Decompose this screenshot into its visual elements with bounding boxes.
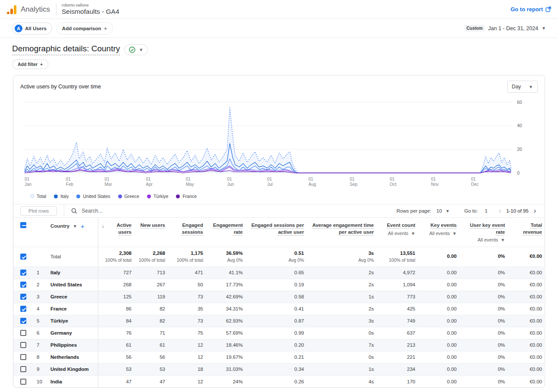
table-row[interactable]: 9United Kingdom53531831.03%0.341s2340.00… — [13, 363, 545, 375]
row-checkbox[interactable] — [20, 282, 26, 288]
add-filter-button[interactable]: Add filter + — [12, 60, 48, 69]
checkbox-cell — [13, 327, 33, 339]
add-comparison-button[interactable]: Add comparison + — [56, 22, 113, 34]
svg-text:Dec: Dec — [471, 182, 479, 187]
row-checkbox[interactable] — [20, 294, 26, 300]
table-row[interactable]: 1Italy72771347141.1%0.652s4,9720.000%€0.… — [13, 267, 545, 279]
data-quality-menu[interactable]: ▼ — [124, 44, 148, 55]
metric-cell: 0.65 — [246, 267, 307, 279]
table-row[interactable]: 10India47471224%0.264s1700.000%€0.00 — [13, 375, 545, 387]
metric-cell: 73 — [169, 315, 207, 327]
metric-cell: 0s — [307, 351, 377, 363]
metric-cell: 0% — [460, 375, 508, 387]
row-number-cell: 8 — [33, 351, 47, 363]
metric-cell: 57.69% — [207, 327, 246, 339]
date-range-picker[interactable]: Custom Jan 1 - Dec 31, 2024 ▼ — [464, 25, 546, 31]
metric-cell: 4s — [307, 375, 377, 387]
table-row[interactable]: 4France86823534.31%0.412s4250.000%€0.00 — [13, 303, 545, 315]
next-page-icon[interactable]: › — [532, 207, 538, 214]
metric-cell: 119 — [135, 291, 169, 303]
table-row[interactable]: 8Netherlands56561219.67%0.210s2210.000%€… — [13, 351, 545, 363]
legend-item[interactable]: Total — [31, 194, 46, 199]
rows-per-page-label: Rows per page: — [397, 208, 432, 213]
legend-label: United States — [83, 194, 110, 199]
metric-cell: €0.00 — [508, 375, 545, 387]
column-country[interactable]: Country — [50, 223, 69, 230]
svg-text:01: 01 — [66, 177, 71, 182]
metric-cell: 0.19 — [246, 279, 307, 291]
legend-marker-icon — [76, 194, 80, 198]
metric-cell: 0.20 — [246, 339, 307, 351]
svg-text:Sep: Sep — [350, 182, 357, 187]
chevron-down-icon[interactable]: ▼ — [445, 209, 450, 213]
legend-item[interactable]: Italy — [54, 194, 69, 199]
row-number-cell: 10 — [33, 375, 47, 387]
legend-item[interactable]: Greece — [118, 194, 139, 199]
row-checkbox[interactable] — [20, 354, 26, 360]
svg-text:01: 01 — [390, 177, 395, 182]
row-checkbox[interactable] — [20, 366, 26, 372]
add-comparison-label: Add comparison — [62, 26, 101, 31]
timeseries-chart[interactable]: 020406001Jan01Feb01Mar01Apr01May01Jun01J… — [13, 94, 545, 192]
search-input[interactable] — [82, 208, 168, 214]
metric-cell: €0.00 — [508, 291, 545, 303]
row-checkbox[interactable] — [20, 270, 26, 276]
table-row[interactable]: 3Greece1251197342.69%0.581s7730.000%€0.0… — [13, 291, 545, 303]
row-checkbox[interactable] — [20, 318, 26, 324]
table-row[interactable]: 6Germany76717557.69%0.990s6370.000%€0.00 — [13, 327, 545, 339]
property-selector[interactable]: roberto.vallone Seismofaults - GA4 — [62, 3, 119, 16]
key-events-filter[interactable]: All events▼ — [422, 230, 457, 237]
metric-cell: 0.41 — [246, 303, 307, 315]
column-avg-engagement-time: Average engagement time per active user — [312, 223, 374, 235]
row-checkbox[interactable] — [20, 379, 26, 385]
chevron-down-icon: ▼ — [542, 26, 546, 31]
event-count-filter[interactable]: All events▼ — [381, 230, 415, 237]
metric-cell: 24% — [207, 375, 246, 387]
row-checkbox[interactable] — [20, 342, 26, 348]
metric-cell: 2s — [307, 303, 377, 315]
metric-cell: 61 — [98, 339, 135, 351]
checkbox-cell — [13, 351, 33, 363]
table-header-row: Country ▼ + ↓Active users New users Enga… — [13, 218, 545, 247]
metric-cell: 0.00 — [419, 267, 460, 279]
total-label-cell: Total — [47, 247, 98, 267]
table-row[interactable]: 5Türkiye84827362.93%0.873s7490.000%€0.00 — [13, 315, 545, 327]
all-users-chip[interactable]: A All Users — [12, 22, 52, 34]
chevron-down-icon[interactable]: ▼ — [73, 223, 77, 229]
table-row[interactable]: 7Philippines61611218.46%0.207s2130.000%€… — [13, 339, 545, 351]
prev-page-icon[interactable]: ‹ — [497, 207, 503, 214]
metric-cell: 0% — [460, 363, 508, 375]
svg-text:Oct: Oct — [390, 182, 397, 187]
checkbox-cell — [13, 247, 33, 267]
row-checkbox[interactable] — [20, 254, 26, 260]
metric-cell: 17.73% — [207, 279, 246, 291]
plot-rows-button[interactable]: Plot rows — [20, 206, 57, 216]
legend-marker-icon — [54, 194, 58, 198]
row-checkbox[interactable] — [20, 330, 26, 336]
legend-item[interactable]: France — [176, 194, 197, 199]
table-row[interactable]: 2United States2682675017.73%0.192s1,0940… — [13, 279, 545, 291]
add-dimension-icon[interactable]: + — [81, 222, 85, 231]
column-total-revenue: Total revenue — [523, 223, 542, 235]
metric-cell: 82 — [135, 303, 169, 315]
search-box[interactable] — [71, 208, 168, 214]
legend-item[interactable]: United States — [76, 194, 110, 199]
metric-cell: 0% — [460, 291, 508, 303]
metric-cell: 35 — [169, 303, 207, 315]
column-key-events: Key events — [430, 223, 457, 228]
user-key-event-rate-filter[interactable]: All events▼ — [464, 237, 505, 243]
metric-cell: 213 — [377, 339, 419, 351]
page-title[interactable]: Demographic details: Country — [12, 44, 120, 55]
sort-descending-icon[interactable]: ↓ — [102, 222, 105, 230]
select-all-checkbox[interactable] — [20, 222, 26, 228]
go-to-value[interactable]: 1 — [485, 208, 487, 213]
metric-cell: €0.00 — [508, 315, 545, 327]
legend-item[interactable]: Türkiye — [147, 194, 168, 199]
legend-label: Italy — [60, 194, 69, 199]
go-to-report-link[interactable]: Go to report — [511, 6, 551, 13]
row-checkbox[interactable] — [20, 306, 26, 312]
interval-select[interactable]: Day ▼ — [507, 81, 538, 93]
rows-per-page-value[interactable]: 10 — [436, 208, 442, 213]
report-card: Active users by Country over time Day ▼ … — [13, 75, 545, 388]
svg-text:01: 01 — [431, 177, 436, 182]
